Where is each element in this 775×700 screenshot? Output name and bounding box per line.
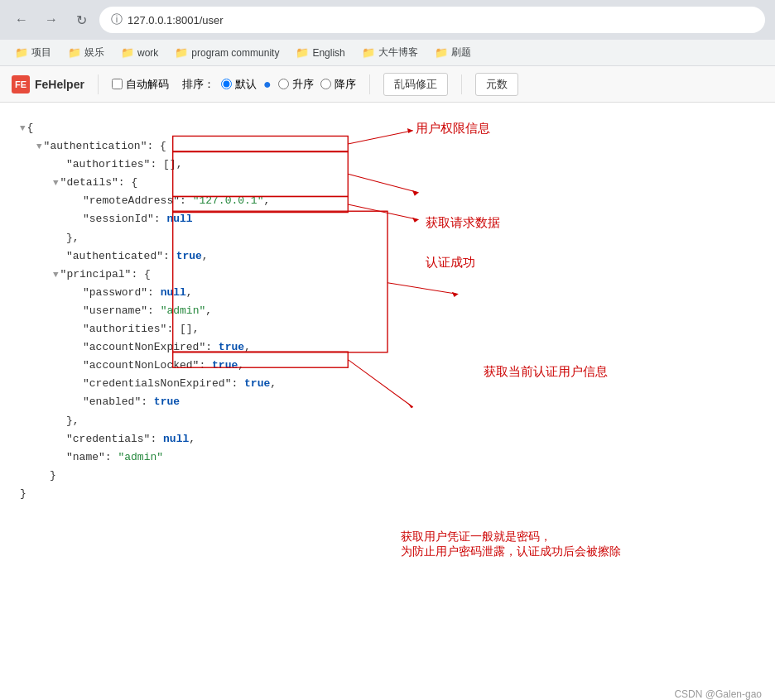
sort-default-dot: ● — [263, 77, 272, 92]
json-line: "remoteAddress": "127.0.0.1", — [20, 192, 755, 210]
folder-icon: 📁 — [175, 46, 188, 59]
bookmark-label: program community — [191, 47, 279, 59]
sort-desc-label[interactable]: 降序 — [320, 77, 356, 92]
annotation-label-2: 获取请求数据 — [426, 215, 500, 231]
bookmark-item[interactable]: 📁 work — [114, 44, 165, 61]
collapse-btn[interactable]: ▼ — [20, 121, 26, 137]
bookmark-label: 项目 — [31, 46, 51, 60]
json-line: ▼"principal": { — [20, 266, 755, 284]
json-line: "enabled": true — [20, 393, 755, 411]
folder-icon: 📁 — [296, 46, 309, 59]
json-line: "sessionId": null — [20, 210, 755, 228]
bookmark-label: English — [312, 47, 344, 59]
folder-icon: 📁 — [15, 46, 28, 59]
bookmark-item[interactable]: 📁 刷题 — [428, 43, 478, 62]
json-line: "authorities": [], — [20, 156, 755, 174]
url-text: 127.0.0.1:8001/user — [128, 14, 224, 26]
toolbar-separator — [98, 74, 99, 94]
json-line: "authorities": [], — [20, 320, 755, 338]
bookmark-item[interactable]: 📁 大牛博客 — [355, 43, 425, 62]
bookmark-label: work — [137, 47, 158, 59]
lock-icon: ⓘ — [111, 12, 123, 27]
collapse-btn[interactable]: ▼ — [53, 267, 59, 283]
back-button[interactable]: ← — [10, 8, 33, 31]
json-line: "accountNonExpired": true, — [20, 338, 755, 357]
encoding-fix-button[interactable]: 乱码修正 — [383, 73, 448, 96]
json-line: ▼{ — [20, 119, 755, 137]
bookmark-label: 娱乐 — [84, 46, 104, 60]
fehelper-logo: FE FeHelper — [12, 75, 84, 93]
bookmark-item[interactable]: 📁 English — [289, 44, 351, 61]
auto-decode-checkbox[interactable] — [112, 79, 123, 89]
footer: CSDN @Galen-gao — [0, 682, 775, 700]
browser-chrome: ← → ↻ ⓘ 127.0.0.1:8001/user 📁 项目 📁 娱乐 📁 … — [0, 0, 775, 66]
auto-decode-check[interactable]: 自动解码 — [112, 77, 169, 92]
bookmark-item[interactable]: 📁 program community — [168, 44, 286, 61]
json-line: ▼"authentication": { — [20, 137, 755, 156]
sort-label: 排序： — [182, 77, 214, 92]
footer-text: CSDN @Galen-gao — [674, 688, 762, 700]
json-line: "accountNonLocked": true, — [20, 357, 755, 375]
sort-default-label[interactable]: 默认 — [221, 77, 257, 92]
sort-asc-label[interactable]: 升序 — [278, 77, 314, 92]
json-line: "credentialsNonExpired": true, — [20, 375, 755, 393]
annotation-label-5: 获取用户凭证一般就是密码， 为防止用户密码泄露，认证成功后会被擦除 — [401, 530, 621, 559]
fehelper-logo-icon: FE — [12, 75, 30, 93]
folder-icon: 📁 — [121, 46, 134, 59]
json-line: "password": null, — [20, 284, 755, 302]
toolbar-separator — [369, 74, 370, 94]
bookmark-item[interactable]: 📁 项目 — [8, 43, 58, 62]
fehelper-logo-text: FeHelper — [35, 78, 84, 91]
forward-button[interactable]: → — [40, 8, 63, 31]
json-line: } — [20, 467, 755, 485]
json-line: }, — [20, 412, 755, 430]
annotation-label-1: 用户权限信息 — [416, 121, 490, 137]
sort-asc-radio[interactable] — [278, 79, 289, 89]
json-line: "username": "admin", — [20, 302, 755, 320]
auto-decode-label: 自动解码 — [126, 77, 169, 92]
sort-desc-radio[interactable] — [320, 79, 331, 89]
bookmark-label: 刷题 — [451, 46, 471, 60]
toolbar-separator — [461, 74, 462, 94]
sort-default-radio[interactable] — [221, 79, 232, 89]
sort-group: 排序： 默认 ● 升序 降序 — [182, 77, 356, 92]
browser-nav: ← → ↻ ⓘ 127.0.0.1:8001/user — [0, 0, 775, 40]
json-line: ▼"details": { — [20, 174, 755, 192]
json-line: }, — [20, 229, 755, 247]
fehelper-toolbar: FE FeHelper 自动解码 排序： 默认 ● 升序 降序 乱码修正 元数 — [0, 66, 775, 103]
bookmark-item[interactable]: 📁 娱乐 — [61, 43, 111, 62]
json-line: "name": "admin" — [20, 448, 755, 467]
json-line: "authenticated": true, — [20, 247, 755, 266]
folder-icon: 📁 — [362, 46, 375, 59]
json-line: "credentials": null, — [20, 430, 755, 448]
collapse-btn[interactable]: ▼ — [53, 175, 59, 191]
bookmarks-bar: 📁 项目 📁 娱乐 📁 work 📁 program community 📁 E… — [0, 40, 775, 66]
collapse-btn[interactable]: ▼ — [36, 139, 42, 155]
annotation-label-4: 获取当前认证用户信息 — [484, 364, 608, 380]
json-line: } — [20, 485, 755, 503]
json-content-wrapper: ▼{ ▼"authentication": { "authorities": [… — [20, 119, 755, 503]
refresh-button[interactable]: ↻ — [70, 8, 93, 31]
address-bar[interactable]: ⓘ 127.0.0.1:8001/user — [99, 7, 765, 33]
folder-icon: 📁 — [68, 46, 81, 59]
folder-icon: 📁 — [435, 46, 448, 59]
meta-button[interactable]: 元数 — [475, 73, 518, 96]
bookmark-label: 大牛博客 — [378, 46, 418, 60]
json-viewer: ▼{ ▼"authentication": { "authorities": [… — [0, 103, 775, 682]
annotation-label-3: 认证成功 — [426, 255, 475, 271]
